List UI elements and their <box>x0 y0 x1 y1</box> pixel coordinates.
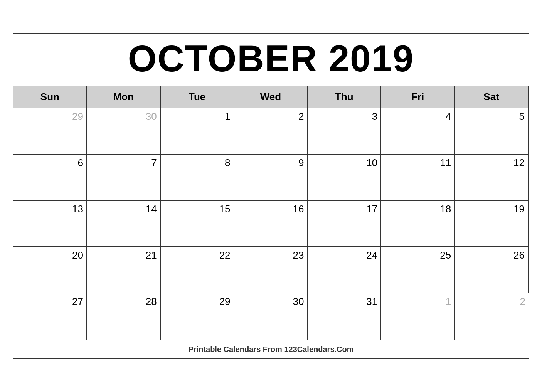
day-number: 2 <box>520 296 525 307</box>
day-cell: 30 <box>87 108 161 155</box>
day-cell: 4 <box>381 108 455 155</box>
day-header-fri: Fri <box>381 86 455 108</box>
day-cell: 1 <box>161 108 234 155</box>
day-header-thu: Thu <box>308 86 381 108</box>
day-cell: 17 <box>308 201 381 247</box>
day-number: 28 <box>146 296 157 307</box>
day-cell: 30 <box>234 293 308 340</box>
day-cell: 18 <box>381 201 455 247</box>
day-cell: 21 <box>87 247 161 293</box>
day-cell: 7 <box>87 155 161 201</box>
day-cell: 16 <box>234 201 308 247</box>
day-number: 9 <box>298 157 304 168</box>
day-number: 6 <box>77 157 83 168</box>
day-number: 25 <box>440 249 451 261</box>
day-header-sat: Sat <box>455 86 529 108</box>
day-number: 2 <box>298 111 304 122</box>
day-cell: 20 <box>13 247 87 293</box>
day-number: 16 <box>293 203 304 215</box>
day-number: 30 <box>146 111 157 122</box>
day-number: 21 <box>146 249 157 261</box>
day-number: 1 <box>446 296 451 307</box>
day-number: 3 <box>372 111 377 122</box>
day-number: 15 <box>219 203 231 215</box>
day-number: 31 <box>366 296 377 307</box>
day-header-wed: Wed <box>234 86 308 108</box>
day-number: 17 <box>366 203 377 215</box>
calendar-footer: Printable Calendars From 123Calendars.Co… <box>13 340 529 358</box>
day-number: 23 <box>293 249 304 261</box>
footer-brand: 123Calendars.Com <box>284 345 353 353</box>
day-number: 5 <box>519 111 525 122</box>
day-number: 29 <box>72 111 83 122</box>
day-cell: 31 <box>308 293 381 340</box>
day-cell: 10 <box>308 155 381 201</box>
day-number: 1 <box>225 111 230 122</box>
day-cell: 12 <box>455 155 529 201</box>
day-number: 10 <box>366 157 377 168</box>
day-cell: 29 <box>161 293 234 340</box>
day-number: 12 <box>513 157 525 168</box>
day-cell: 6 <box>13 155 87 201</box>
day-cell: 13 <box>13 201 87 247</box>
day-number: 29 <box>219 296 231 307</box>
day-cell: 29 <box>13 108 87 155</box>
day-cell: 8 <box>161 155 234 201</box>
day-cell: 19 <box>455 201 529 247</box>
day-header-tue: Tue <box>161 86 234 108</box>
day-cell: 25 <box>381 247 455 293</box>
day-number: 20 <box>72 249 83 261</box>
calendar-title: OCTOBER 2019 <box>13 34 529 86</box>
day-number: 19 <box>513 203 525 215</box>
day-cell: 1 <box>381 293 455 340</box>
day-header-mon: Mon <box>87 86 161 108</box>
day-cell: 15 <box>161 201 234 247</box>
day-number: 7 <box>151 157 157 168</box>
day-cell: 2 <box>455 293 529 340</box>
day-cell: 14 <box>87 201 161 247</box>
footer-prefix: Printable Calendars From <box>188 345 284 353</box>
day-cell: 27 <box>13 293 87 340</box>
day-number: 4 <box>446 111 451 122</box>
day-number: 24 <box>366 249 377 261</box>
day-number: 30 <box>293 296 304 307</box>
day-number: 14 <box>146 203 157 215</box>
day-number: 27 <box>72 296 83 307</box>
day-header-sun: Sun <box>13 86 87 108</box>
calendar-grid: SunMonTueWedThuFriSat2930123456789101112… <box>13 86 529 340</box>
day-cell: 26 <box>455 247 529 293</box>
day-number: 26 <box>513 249 525 261</box>
day-cell: 5 <box>455 108 529 155</box>
day-cell: 3 <box>308 108 381 155</box>
day-cell: 22 <box>161 247 234 293</box>
day-number: 22 <box>219 249 231 261</box>
day-number: 18 <box>440 203 451 215</box>
day-cell: 24 <box>308 247 381 293</box>
day-number: 13 <box>72 203 83 215</box>
day-number: 8 <box>225 157 230 168</box>
day-cell: 11 <box>381 155 455 201</box>
day-number: 11 <box>440 157 451 168</box>
day-cell: 2 <box>234 108 308 155</box>
day-cell: 23 <box>234 247 308 293</box>
day-cell: 28 <box>87 293 161 340</box>
calendar-container: OCTOBER 2019 SunMonTueWedThuFriSat293012… <box>13 33 529 359</box>
day-cell: 9 <box>234 155 308 201</box>
